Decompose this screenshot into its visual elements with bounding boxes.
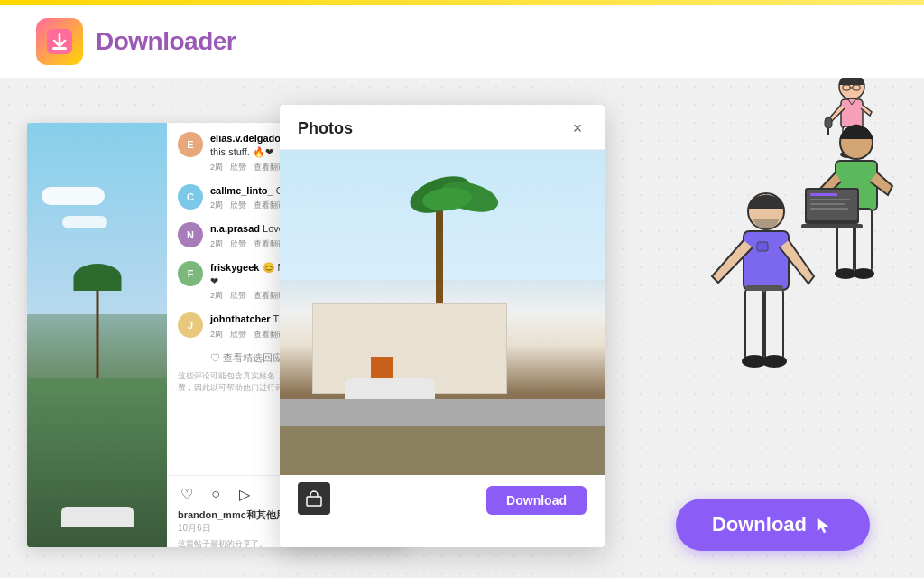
modal-close-button[interactable]: × xyxy=(568,120,587,138)
modal-header: Photos × xyxy=(280,105,605,150)
avatar: N xyxy=(178,222,203,247)
app-title: Downloader xyxy=(96,27,236,56)
storage-icon xyxy=(298,482,330,515)
cloud1 xyxy=(42,187,105,205)
svg-rect-31 xyxy=(810,208,848,210)
instagram-image xyxy=(27,123,167,547)
modal-title: Photos xyxy=(298,119,353,138)
comment-username: friskygeek xyxy=(210,262,259,273)
download-big-button[interactable]: Download xyxy=(676,499,870,551)
svg-rect-28 xyxy=(810,193,837,196)
modal-download-button[interactable]: Download xyxy=(486,486,587,515)
header: Downloader xyxy=(0,5,924,78)
comment-username: johnthatcher xyxy=(210,313,271,324)
svg-rect-18 xyxy=(765,288,783,360)
comment-icon[interactable]: ○ xyxy=(207,485,225,503)
svg-rect-29 xyxy=(810,199,850,200)
car xyxy=(61,507,134,527)
palm-tree xyxy=(96,277,98,386)
cursor-icon xyxy=(814,515,834,535)
modal-ground xyxy=(280,426,605,475)
svg-rect-1 xyxy=(52,47,67,50)
svg-rect-16 xyxy=(757,242,768,251)
modal-road xyxy=(280,399,605,426)
svg-point-34 xyxy=(853,268,874,279)
avatar: E xyxy=(178,132,203,157)
avatar: J xyxy=(178,312,203,338)
comment-username: n.a.prasad xyxy=(210,223,260,234)
comment-emoji: 🔥❤ xyxy=(253,146,273,157)
logo-icon xyxy=(36,18,83,65)
svg-point-20 xyxy=(762,355,787,368)
photos-modal: Photos × xyxy=(280,105,605,547)
svg-rect-30 xyxy=(810,203,845,205)
avatar: C xyxy=(178,184,203,210)
svg-rect-15 xyxy=(744,231,789,290)
svg-rect-17 xyxy=(745,288,763,360)
heart-icon[interactable]: ♡ xyxy=(178,485,196,503)
comment-emoji: ❤ xyxy=(210,275,218,286)
modal-image-container xyxy=(280,150,605,475)
share-icon[interactable]: ▷ xyxy=(236,485,254,503)
modal-photo xyxy=(280,150,605,475)
modal-footer: Download xyxy=(280,475,605,529)
svg-rect-21 xyxy=(745,285,783,291)
download-button-label: Download xyxy=(712,513,807,536)
svg-rect-32 xyxy=(801,224,863,228)
svg-rect-2 xyxy=(307,497,321,506)
cloud2 xyxy=(62,216,107,228)
comment-username: callme_linto_ xyxy=(210,185,273,196)
avatar: F xyxy=(178,261,203,286)
main-area: E elias.v.delgado You're so talented wit… xyxy=(0,78,924,578)
person-laptop-illustration xyxy=(798,123,906,303)
illustration-area xyxy=(644,96,924,565)
comment-username: elias.v.delgado xyxy=(210,133,281,144)
